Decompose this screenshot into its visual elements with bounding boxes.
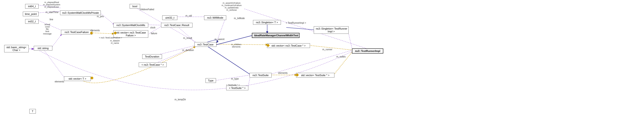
svg-line-23	[334, 51, 352, 74]
label-msuites: m_suites	[336, 56, 346, 58]
diagram-arrows	[0, 0, 644, 132]
label-failure: failure	[151, 32, 157, 35]
label-mchildren: m_childrenelements	[231, 43, 241, 48]
label-mduration: m_duration	[182, 49, 194, 52]
svg-line-7	[92, 33, 114, 34]
node-T[interactable]: T	[29, 109, 36, 114]
node-syswall-private[interactable]: ns3::SystemWallClockMsPrivate	[60, 10, 101, 15]
label-line: line	[50, 18, 53, 21]
label-childrenfailed: childrenFailed	[140, 8, 154, 11]
label-elements2: elements	[55, 80, 64, 83]
svg-line-4	[52, 34, 62, 46]
label-testrunnerimpl-t: < TestRunnerImpl >	[286, 22, 306, 24]
label-clock: clock	[150, 26, 156, 29]
label-assert: m_assertOnFailurem_continueOnFailurem_up…	[222, 2, 242, 11]
label-starttime: m_startTime	[46, 11, 58, 14]
node-int64[interactable]: int64_t	[25, 4, 39, 8]
node-testcase[interactable]: ns3::TestCase	[194, 42, 216, 47]
label-mpriv: m_priv	[97, 15, 104, 18]
label-mtxmode: m_txMode	[234, 17, 245, 20]
node-syswall[interactable]: ns3::SystemWallClockMs	[113, 23, 148, 28]
label-testsuite-ptr2: < TestSuite * >	[226, 84, 240, 86]
node-singleton-T[interactable]: ns3::Singleton< T >	[253, 20, 281, 25]
node-testcase-failure[interactable]: ns3::TestCaseFailure	[61, 30, 92, 34]
label-datadir: m_dataDirm_name	[110, 40, 120, 44]
node-testsuite[interactable]: ns3::TestSuite	[250, 73, 272, 78]
node-uint32[interactable]: uint32_t	[162, 15, 177, 20]
svg-line-25	[206, 46, 250, 74]
svg-line-16	[216, 44, 268, 45]
label-actual: actualcondfilelimitmessage	[43, 23, 52, 35]
svg-line-27	[271, 50, 352, 74]
label-mtempdir: m_tempDir	[174, 98, 186, 101]
node-string[interactable]: std::string	[34, 46, 52, 50]
node-vector-testcase-ptr[interactable]: < ns3::TestCase * >	[139, 62, 167, 67]
diagram-container: std::basic_string<Char > std::string int…	[0, 0, 644, 132]
svg-line-26	[244, 9, 368, 49]
node-int32[interactable]: int32_t	[25, 19, 39, 24]
node-vector-testcase2[interactable]: std::vector< ns3::TestCase * >	[267, 43, 310, 48]
diamond-marker-5	[90, 76, 94, 80]
node-basic-string[interactable]: std::basic_string<Char >	[4, 45, 29, 52]
svg-line-5	[43, 49, 65, 79]
node-vector-testsuite[interactable]: std::vector< TestSuite * >	[296, 73, 334, 78]
label-elapsed: m_elapsedRealm_elapsedSystemm_elapsedUse…	[43, 1, 60, 8]
label-mrunner: m_runner	[322, 48, 332, 51]
node-vector-T[interactable]: std::vector< T >	[64, 76, 91, 81]
node-testcase-result[interactable]: ns3::TestCase::Result	[161, 23, 192, 28]
node-type[interactable]: Type	[206, 78, 216, 83]
node-time-point[interactable]: time_point	[23, 12, 39, 16]
svg-line-6	[100, 13, 114, 24]
node-testduration[interactable]: TestDuration	[142, 54, 162, 59]
label-muid: m_uid	[186, 14, 192, 17]
node-ideal-rate[interactable]: IdealRateManagerChannelWidthTest	[252, 33, 300, 38]
svg-line-22	[348, 31, 352, 51]
node-testsuite-ptr[interactable]: < TestSuite * >	[226, 86, 248, 90]
label-mresult: m_result	[183, 37, 192, 39]
label-elements1: elements	[90, 29, 100, 32]
node-bool[interactable]: bool	[130, 4, 140, 8]
node-testrunnerimpl[interactable]: ns3::TestRunnerImpl	[352, 48, 383, 54]
svg-line-21	[286, 28, 314, 30]
label-mtype: m_type	[231, 78, 239, 80]
node-singleton-testrunner[interactable]: ns3::Singleton< TestRunnerImpl >	[314, 26, 349, 34]
label-elements3: elements	[278, 72, 288, 74]
label-testcasefailure-ptr: < ns3::TestCaseFailure >	[99, 36, 122, 39]
svg-line-12	[177, 26, 196, 42]
node-wifimode[interactable]: ns3::WifiMode	[204, 15, 226, 20]
label-mparent: m_parent	[214, 38, 224, 40]
